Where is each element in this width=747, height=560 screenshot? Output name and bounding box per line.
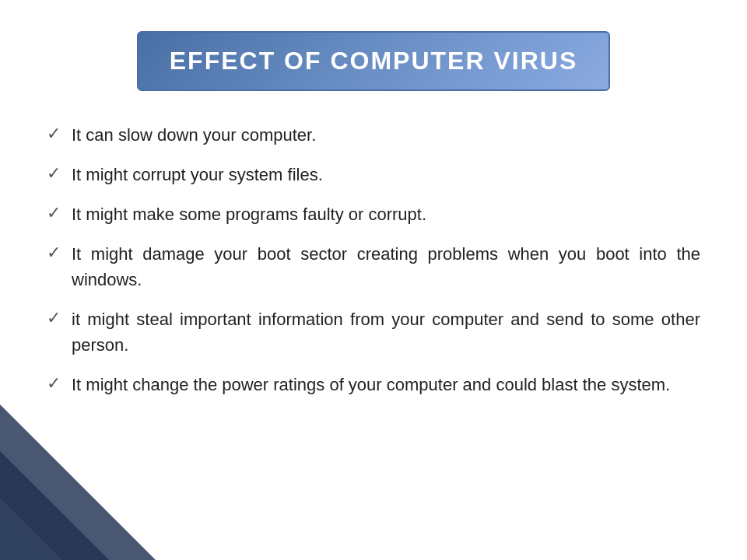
list-item: ✓ It might damage your boot sector creat… xyxy=(47,241,700,292)
bullet-text-6: It might change the power ratings of you… xyxy=(72,372,700,397)
list-item: ✓ It might make some programs faulty or … xyxy=(47,201,700,227)
checkmark-icon: ✓ xyxy=(47,243,61,263)
bullet-list: ✓ It can slow down your computer. ✓ It m… xyxy=(47,122,700,411)
checkmark-icon: ✓ xyxy=(47,308,61,328)
list-item: ✓ It can slow down your computer. xyxy=(47,122,700,148)
slide-title: EFFECT OF COMPUTER VIRUS xyxy=(170,47,577,75)
list-item: ✓ It might change the power ratings of y… xyxy=(47,372,700,397)
corner-decoration xyxy=(0,404,156,560)
bullet-text-3: It might make some programs faulty or co… xyxy=(72,201,700,227)
svg-marker-2 xyxy=(0,498,62,560)
bullet-text-1: It can slow down your computer. xyxy=(72,122,700,148)
list-item: ✓ it might steal important information f… xyxy=(47,306,700,358)
checkmark-icon: ✓ xyxy=(47,124,61,144)
checkmark-icon: ✓ xyxy=(47,163,61,184)
checkmark-icon: ✓ xyxy=(47,203,61,223)
bullet-text-4: It might damage your boot sector creatin… xyxy=(72,241,700,292)
slide: EFFECT OF COMPUTER VIRUS ✓ It can slow d… xyxy=(0,0,747,560)
checkmark-icon: ✓ xyxy=(47,373,61,394)
svg-marker-0 xyxy=(0,404,156,560)
bullet-text-5: it might steal important information fro… xyxy=(72,306,700,358)
svg-marker-1 xyxy=(0,451,109,560)
list-item: ✓ It might corrupt your system files. xyxy=(47,162,700,187)
title-box: EFFECT OF COMPUTER VIRUS xyxy=(137,31,610,91)
bullet-text-2: It might corrupt your system files. xyxy=(72,162,700,187)
